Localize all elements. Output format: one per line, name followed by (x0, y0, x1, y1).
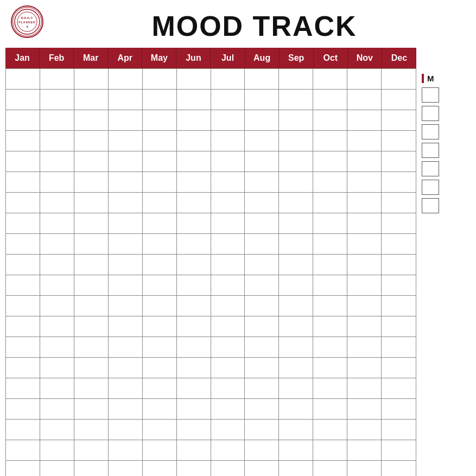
svg-text:★: ★ (26, 25, 29, 28)
grid-row (6, 110, 416, 131)
grid-cell (211, 90, 245, 110)
grid-row (6, 255, 416, 275)
grid-cell (313, 110, 347, 130)
grid-cell (382, 69, 416, 89)
grid-cell (74, 337, 109, 357)
grid-cell (40, 296, 74, 316)
grid-row (6, 420, 416, 440)
grid-row (6, 151, 416, 172)
grid-cell (109, 151, 143, 172)
grid-cell (177, 255, 211, 275)
grid-cell (40, 193, 74, 213)
content-area: JanFebMarAprMayJunJulAugSepOctNovDec M (0, 48, 476, 476)
mood-key-item (422, 124, 471, 139)
grid-cell (211, 378, 245, 398)
grid-cell (143, 296, 177, 316)
grid-cell (279, 378, 313, 398)
grid-cell (382, 172, 416, 192)
grid-cell (313, 69, 347, 89)
grid-cell (74, 296, 109, 316)
grid-cell (245, 151, 279, 172)
grid-cell (177, 420, 211, 440)
grid-cell (279, 296, 313, 316)
grid-row (6, 69, 416, 90)
grid-cell (382, 378, 416, 398)
grid-row (6, 399, 416, 420)
grid-row (6, 172, 416, 193)
grid-cell (245, 358, 279, 378)
grid-cell (74, 110, 109, 130)
grid-cell (245, 131, 279, 151)
logo: DAILY PLANNER ★ (11, 5, 43, 38)
grid-cell (313, 461, 347, 476)
grid-cell (74, 316, 109, 337)
grid-cell (347, 461, 382, 476)
grid-cell (347, 337, 382, 357)
grid-cell (109, 234, 143, 254)
grid-cell (177, 358, 211, 378)
grid-cell (40, 234, 74, 254)
grid-cell (109, 461, 143, 476)
month-cell-jan: Jan (5, 48, 40, 68)
grid-cell (211, 296, 245, 316)
grid-cell (40, 399, 74, 419)
grid-cell (74, 193, 109, 213)
grid-cell (74, 131, 109, 151)
grid-cell (245, 193, 279, 213)
grid-row (6, 440, 416, 461)
grid-cell (313, 213, 347, 233)
grid-cell (382, 337, 416, 357)
grid-cell (245, 296, 279, 316)
grid-cell (74, 69, 109, 89)
month-cell-feb: Feb (40, 48, 74, 68)
grid-cell (177, 234, 211, 254)
grid-cell (382, 296, 416, 316)
grid-cell (279, 69, 313, 89)
grid-cell (6, 440, 40, 460)
grid-cell (40, 172, 74, 192)
grid-cell (313, 275, 347, 295)
grid-cell (382, 213, 416, 233)
grid-cell (211, 358, 245, 378)
grid-cell (143, 275, 177, 295)
grid-cell (279, 151, 313, 172)
grid-cell (177, 90, 211, 110)
grid-cell (40, 110, 74, 130)
grid-cell (313, 151, 347, 172)
logo-circle: DAILY PLANNER ★ (11, 5, 43, 38)
grid-cell (177, 193, 211, 213)
grid-cell (279, 420, 313, 440)
grid-cell (143, 131, 177, 151)
grid-cell (40, 461, 74, 476)
grid-cell (279, 316, 313, 337)
grid-cell (6, 296, 40, 316)
grid-cell (109, 358, 143, 378)
grid-cell (245, 110, 279, 130)
month-cell-sep: Sep (280, 48, 314, 68)
grid-cell (347, 420, 382, 440)
grid-cell (313, 420, 347, 440)
header: DAILY PLANNER ★ MOOD TRACK (0, 0, 476, 48)
grid-cell (382, 316, 416, 337)
grid-cell (6, 172, 40, 192)
mood-key-item (422, 198, 471, 213)
grid-cell (313, 172, 347, 192)
grid-cell (211, 172, 245, 192)
grid-cell (143, 461, 177, 476)
grid-cell (211, 440, 245, 460)
grid-cell (313, 358, 347, 378)
grid-cell (40, 420, 74, 440)
grid-cell (245, 172, 279, 192)
grid-cell (382, 110, 416, 130)
mood-key-items (422, 87, 471, 213)
mood-key-box (422, 180, 439, 195)
grid-cell (347, 110, 382, 130)
grid-cell (279, 172, 313, 192)
grid-cell (245, 255, 279, 275)
grid-cell (109, 172, 143, 192)
month-cell-jun: Jun (176, 48, 211, 68)
grid-cell (74, 151, 109, 172)
svg-text:DAILY: DAILY (21, 16, 33, 20)
grid-cell (211, 193, 245, 213)
grid-cell (382, 420, 416, 440)
